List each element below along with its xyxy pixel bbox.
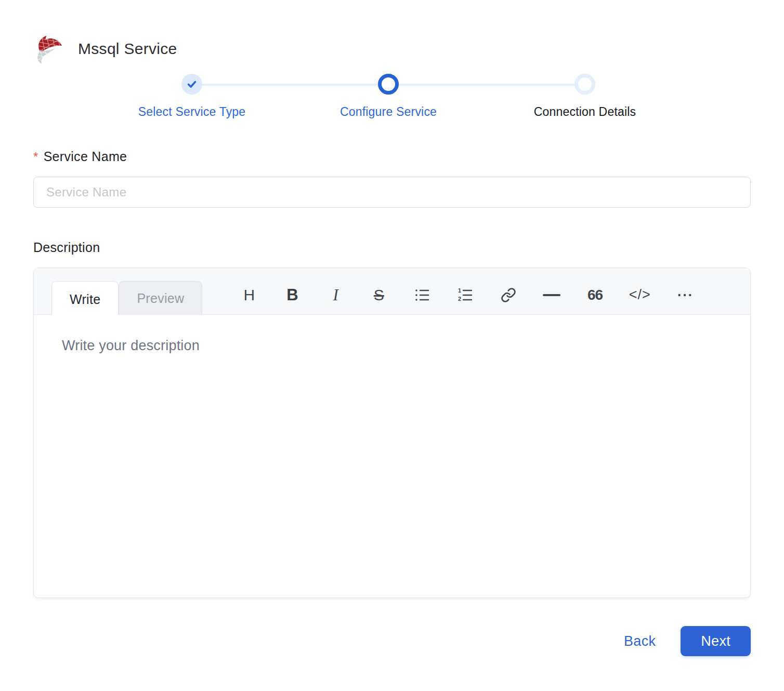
ordered-list-icon: 1 2 <box>458 287 473 303</box>
service-name-label-text: Service Name <box>44 149 127 164</box>
service-name-input[interactable] <box>33 177 751 208</box>
bold-button[interactable]: B <box>283 285 302 305</box>
step-label: Select Service Type <box>138 105 246 119</box>
page-header: Mssql Service <box>33 33 751 64</box>
description-label: Description <box>33 240 751 255</box>
configure-service-page: Mssql Service Select Service Type Config… <box>0 0 784 656</box>
italic-icon: I <box>333 287 338 303</box>
more-options-icon <box>677 287 692 303</box>
svg-text:1: 1 <box>458 287 461 294</box>
description-textarea[interactable] <box>34 315 750 597</box>
page-title: Mssql Service <box>78 40 177 58</box>
quote-button[interactable]: 66 <box>586 285 605 305</box>
step-current-circle-icon <box>378 74 399 95</box>
editor-header: Write Preview H B I S <box>34 268 750 315</box>
description-field: Description Write Preview H B I <box>33 240 751 598</box>
unordered-list-button[interactable] <box>413 285 432 305</box>
service-name-label: * Service Name <box>33 149 751 164</box>
strikethrough-button[interactable]: S <box>370 285 388 305</box>
stepper-step-configure-service[interactable]: Configure Service <box>290 74 487 119</box>
heading-button[interactable]: H <box>240 285 258 305</box>
code-button[interactable]: </> <box>629 285 651 305</box>
quote-icon: 66 <box>587 288 603 302</box>
back-button[interactable]: Back <box>624 633 656 649</box>
bold-icon: B <box>286 287 298 303</box>
ordered-list-button[interactable]: 1 2 <box>456 285 475 305</box>
step-label: Configure Service <box>340 105 437 119</box>
footer-actions: Back Next <box>33 626 751 656</box>
more-options-button[interactable] <box>675 285 694 305</box>
preview-tab[interactable]: Preview <box>119 281 202 315</box>
link-icon <box>501 287 516 303</box>
step-label: Connection Details <box>534 105 636 119</box>
next-button[interactable]: Next <box>681 626 751 656</box>
strikethrough-icon: S <box>374 287 384 303</box>
stepper-step-connection-details[interactable]: Connection Details <box>487 74 683 119</box>
link-button[interactable] <box>499 285 518 305</box>
step-completed-check-icon <box>181 74 202 95</box>
editor-toolbar: H B I S <box>202 277 750 305</box>
horizontal-rule-button[interactable] <box>542 285 561 305</box>
unordered-list-icon <box>414 287 430 303</box>
step-upcoming-circle-icon <box>574 74 595 95</box>
required-asterisk: * <box>33 150 38 164</box>
write-tab[interactable]: Write <box>51 281 119 317</box>
editor-tabs: Write Preview <box>51 281 202 317</box>
horizontal-rule-icon <box>543 294 560 296</box>
description-label-text: Description <box>33 240 100 255</box>
editor-body <box>34 315 750 597</box>
stepper-step-select-service-type[interactable]: Select Service Type <box>94 74 290 119</box>
service-name-field: * Service Name <box>33 149 751 208</box>
code-icon: </> <box>629 288 651 302</box>
mssql-logo-icon <box>33 33 64 64</box>
svg-text:2: 2 <box>458 296 461 302</box>
italic-button[interactable]: I <box>326 285 345 305</box>
stepper: Select Service Type Configure Service Co… <box>94 74 683 119</box>
description-markdown-editor: Write Preview H B I S <box>33 268 751 598</box>
heading-icon: H <box>244 287 255 303</box>
